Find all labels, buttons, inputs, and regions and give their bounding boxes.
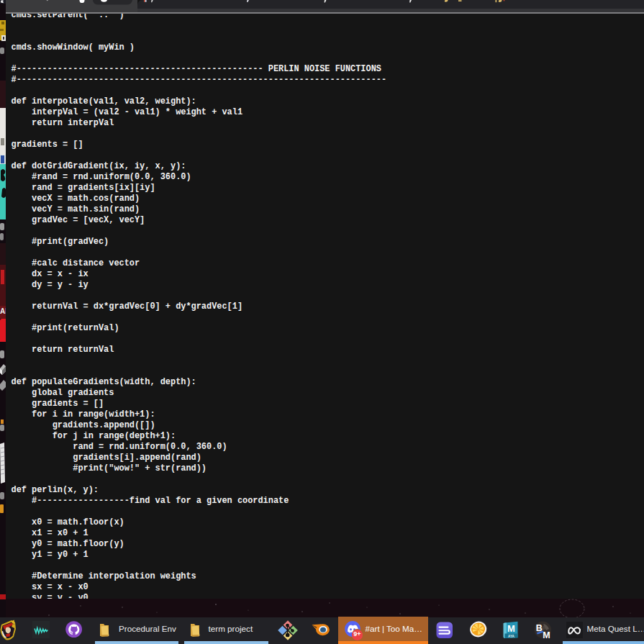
- svg-text:M: M: [543, 630, 550, 639]
- svg-text:M: M: [507, 623, 515, 634]
- svg-text:B: B: [536, 623, 543, 633]
- svg-text:AYA: AYA: [508, 635, 515, 638]
